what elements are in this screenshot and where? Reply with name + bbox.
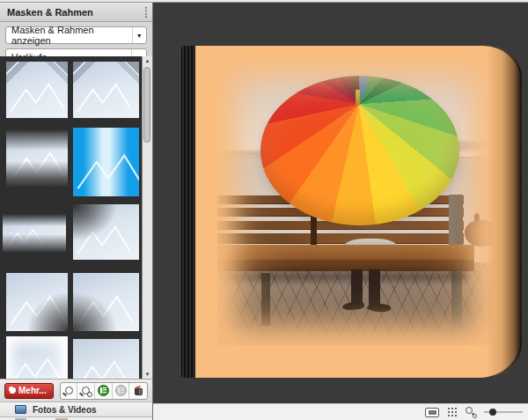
mask-thumbnail-corner-br[interactable] [6,273,68,331]
mountain-placeholder-icon [6,227,44,250]
mountain-placeholder-icon [77,81,131,114]
page-stack-edge [181,46,196,378]
fotos-videos-label: Fotos & Videos [33,405,97,415]
delete-button[interactable] [129,383,147,399]
panel-header: Masken & Rahmen [0,3,152,22]
panel-grip-icon[interactable] [144,6,148,18]
photo-object[interactable] [217,58,493,345]
photo-bird [474,213,480,221]
accordion-fotos-videos[interactable]: Fotos & Videos [0,402,152,416]
approve-disabled-button [113,383,130,399]
mask-thumbnail-plain[interactable] [73,339,139,379]
mountain-placeholder-icon [10,356,62,379]
zoom-slider-knob[interactable] [489,409,496,416]
editor-canvas[interactable] [153,3,528,403]
mountain-placeholder-icon [10,293,66,327]
mountain-placeholder-icon [10,150,66,183]
more-button[interactable]: Mehr... [4,383,54,399]
mountain-placeholder-icon [10,81,64,114]
mountain-placeholder-icon [77,151,139,191]
bench-back-slat [217,233,464,244]
panel-scrollbar[interactable]: ▲ ▼ [142,56,152,379]
bench-seat-front [217,260,474,271]
mountain-placeholder-icon [77,224,130,256]
more-button-icon [10,387,16,394]
zoom-slider[interactable] [484,407,523,417]
scroll-down-icon[interactable]: ▼ [143,370,152,379]
panel-title: Masken & Rahmen [7,7,93,18]
bench-shadow [217,271,469,282]
magnifier-icon [65,387,73,394]
umbrella-tip [356,89,360,106]
mask-filter-value: Masken & Rahmen anzeigen [11,25,132,46]
status-bar [153,403,528,420]
mask-thumbnail-white-vignette[interactable] [6,336,68,379]
mountain-placeholder-icon [77,293,133,327]
chevron-down-icon[interactable]: ▼ [132,27,146,43]
photo-rock [465,220,493,247]
thumbs-up-gray-icon [115,385,127,396]
person-leg [369,269,380,306]
preview-frame-button[interactable] [77,383,95,399]
mask-thumbnail-corner-bl[interactable] [73,273,139,331]
mask-thumbnail-selected-gradient[interactable] [73,128,139,196]
mask-thumbnail-stripes-2[interactable] [73,62,139,118]
mask-thumbnail-corner-tl[interactable] [73,204,139,260]
mask-filter-dropdown[interactable]: Masken & Rahmen anzeigen ▼ [5,26,147,44]
rainbow-umbrella [260,76,459,225]
thumbs-up-green-icon [98,385,109,396]
single-page-view-icon[interactable] [425,408,439,417]
preview-mask-button[interactable] [61,383,78,399]
scroll-up-icon[interactable]: ▲ [143,56,152,65]
mountain-placeholder-icon [77,358,129,379]
mask-thumbnail-vertical-blur[interactable] [6,129,68,188]
masks-frames-panel: Masken & Rahmen Masken & Rahmen anzeigen… [0,3,153,420]
trash-icon [135,386,143,395]
magnifier-badge-icon [82,387,90,394]
mask-thumbnail-grid: ▲ ▼ [0,56,152,379]
scrollbar-thumb[interactable] [143,67,150,143]
grid-view-icon[interactable] [447,407,458,417]
photobook-page[interactable] [195,46,522,378]
photobook-editor: { "panel": { "title": "Masken & Rahmen",… [0,0,528,420]
mask-thumbnail-stripes-1[interactable] [6,62,68,118]
more-button-label: Mehr... [18,386,47,395]
panel-toolbar: Mehr... [0,379,152,402]
approve-button[interactable] [95,383,113,399]
bench-seat [217,245,474,260]
accordion-next-section-partial[interactable] [0,416,152,420]
mask-thumbnail-horizontal-bands[interactable] [3,214,66,253]
photos-icon [15,405,26,414]
mask-action-buttons [60,382,148,400]
zoom-magnifier-icon[interactable] [466,407,476,417]
